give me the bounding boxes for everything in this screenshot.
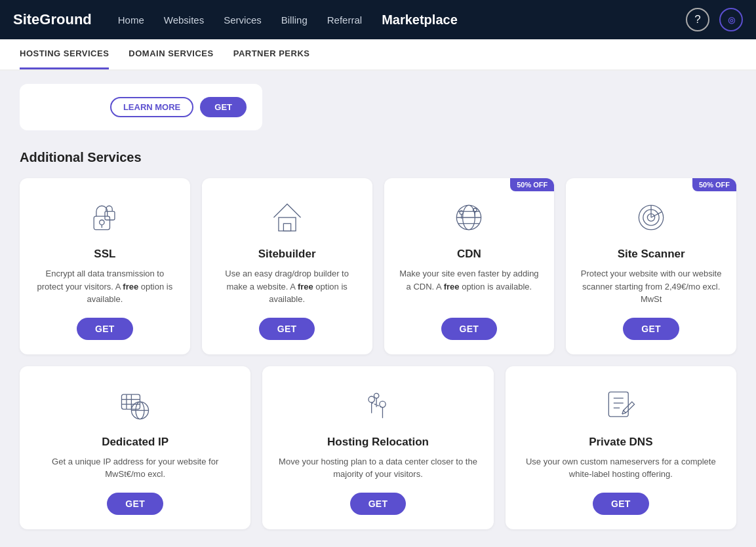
dedicated-ip-get-button[interactable]: GET [107, 493, 163, 515]
cdn-desc: Make your site even faster by adding a C… [397, 267, 542, 306]
site-scanner-title: Site Scanner [618, 248, 685, 261]
sitebuilder-icon [266, 197, 308, 238]
ssl-title: SSL [94, 248, 115, 261]
services-row-2: Dedicated IP Get a unique IP address for… [20, 366, 736, 529]
ssl-desc: Encrypt all data transmission to protect… [33, 267, 177, 306]
main-content: LEARN MORE GET Additional Services [0, 71, 756, 547]
private-dns-card: Private DNS Use your own custom nameserv… [506, 366, 736, 529]
svg-rect-20 [122, 394, 140, 409]
svg-point-1 [99, 220, 104, 225]
hosting-relocation-card: Hosting Relocation Move your hosting pla… [262, 366, 493, 529]
nav-websites[interactable]: Websites [164, 14, 204, 26]
dedicated-ip-card: Dedicated IP Get a unique IP address for… [20, 366, 250, 529]
notification-button[interactable]: ◎ [719, 8, 743, 31]
subnav-hosting-services[interactable]: HOSTING SERVICES [20, 39, 109, 69]
help-button[interactable]: ? [686, 8, 709, 31]
cdn-card: 50% OFF [384, 178, 555, 354]
svg-rect-4 [279, 217, 296, 231]
nav-billing[interactable]: Billing [281, 14, 308, 26]
site-scanner-badge: 50% OFF [692, 178, 736, 191]
subnav: HOSTING SERVICES DOMAIN SERVICES PARTNER… [0, 39, 756, 71]
private-dns-desc: Use your own custom nameservers for a co… [519, 455, 723, 481]
sitebuilder-card: Sitebuilder Use an easy drag/drop builde… [202, 178, 372, 354]
private-dns-icon [600, 385, 642, 426]
hosting-relocation-title: Hosting Relocation [327, 436, 429, 449]
private-dns-get-button[interactable]: GET [593, 493, 649, 515]
hosting-relocation-desc: Move your hosting plan to a data center … [275, 455, 480, 481]
svg-line-19 [651, 212, 662, 217]
svg-point-30 [374, 393, 379, 398]
ssl-card: SSL Encrypt all data transmission to pro… [20, 178, 190, 354]
site-scanner-desc: Protect your website with our website sc… [579, 267, 723, 306]
private-dns-title: Private DNS [589, 436, 652, 449]
cdn-icon [448, 197, 490, 238]
top-get-button[interactable]: GET [200, 97, 247, 117]
svg-rect-5 [283, 223, 290, 231]
navbar: SiteGround Home Websites Services Billin… [0, 0, 756, 39]
top-card-partial: LEARN MORE GET [20, 84, 736, 137]
services-row-1: SSL Encrypt all data transmission to pro… [20, 178, 736, 354]
sitebuilder-title: Sitebuilder [258, 248, 316, 261]
cdn-badge: 50% OFF [510, 178, 554, 191]
ssl-get-button[interactable]: GET [77, 318, 133, 340]
brand-logo[interactable]: SiteGround [13, 11, 92, 28]
subnav-partner-perks[interactable]: PARTNER PERKS [233, 39, 310, 69]
dedicated-ip-desc: Get a unique IP address for your website… [33, 455, 237, 481]
svg-point-28 [368, 396, 374, 402]
additional-services-section: Additional Services [20, 150, 736, 529]
site-scanner-get-button[interactable]: GET [623, 318, 679, 340]
additional-services-title: Additional Services [20, 150, 736, 165]
sitebuilder-get-button[interactable]: GET [259, 318, 315, 340]
cdn-get-button[interactable]: GET [441, 318, 498, 340]
site-scanner-card: 50% OFF Site Scanner Protec [566, 178, 736, 354]
subnav-domain-services[interactable]: DOMAIN SERVICES [129, 39, 213, 69]
dedicated-ip-icon [114, 385, 156, 426]
sitebuilder-desc: Use an easy drag/drop builder to make a … [215, 267, 359, 306]
learn-more-button[interactable]: LEARN MORE [110, 97, 193, 117]
site-scanner-icon [630, 197, 672, 238]
cdn-title: CDN [457, 248, 481, 261]
ssl-icon [84, 197, 126, 238]
hosting-relocation-icon [357, 385, 399, 426]
hosting-relocation-get-button[interactable]: GET [350, 493, 407, 515]
nav-referral[interactable]: Referral [327, 14, 362, 26]
nav-marketplace[interactable]: Marketplace [382, 12, 458, 28]
nav-right-actions: ? ◎ [686, 8, 743, 31]
dedicated-ip-title: Dedicated IP [102, 436, 169, 449]
nav-home[interactable]: Home [118, 14, 144, 26]
nav-services[interactable]: Services [224, 14, 262, 26]
